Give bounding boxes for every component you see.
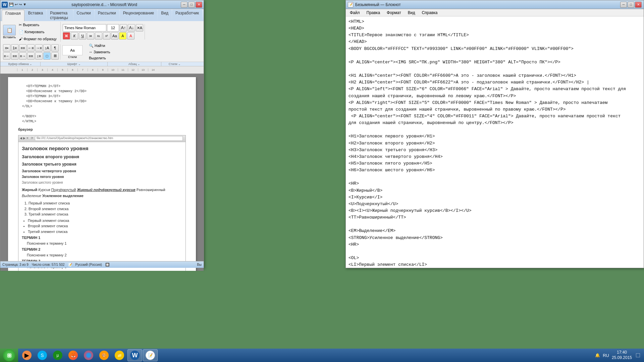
taskbar-app-skype[interactable]: S [35,349,50,361]
shading-button[interactable]: □ [43,52,51,60]
notepad-textarea[interactable]: <HTML> <HEAD> <TITLE>Первое знакомство с… [346,16,644,268]
ul-item-3: Третий элемент списка [28,229,182,235]
ruler-mark-7: 7 [77,68,88,71]
minimize-button[interactable]: ─ [181,2,187,8]
font-size-selector[interactable] [107,24,119,32]
word-window-controls: ─ □ ✕ [181,2,202,8]
ol-item-2: Второй элемент списка [29,206,182,212]
notepad-close-button[interactable]: ✕ [635,2,642,8]
increase-indent-button[interactable]: →≡ [35,44,43,52]
ruler-mark-10: 10 [108,68,118,71]
taskbar-app-notepad[interactable]: 📝 [143,349,158,361]
paste-button[interactable]: 📋 [3,25,16,36]
bold-button[interactable]: Ж [63,32,70,40]
taskbar-apps: ▶ S µ 🦊 🌐 🎨 📁 W 📝 [18,349,158,362]
tab-home[interactable]: Главная [2,10,24,21]
browser-refresh-icon: ⟳ [31,136,34,141]
notepad-menu-format[interactable]: Формат [384,10,404,16]
notepad-maximize-button[interactable]: □ [628,2,634,8]
font-grow-button[interactable]: A↑ [120,24,127,32]
numbering-button[interactable]: 1≡ [11,44,18,52]
italic-button[interactable]: К [71,32,78,40]
line-spacing-button[interactable]: ↕≡ [35,52,43,60]
font-label: Шрифт ⌄ [41,62,108,66]
windows-logo-icon: ⊞ [7,352,11,359]
taskbar-app-chrome[interactable]: 🌐 [81,349,96,361]
find-button[interactable]: 🔍 Найти [87,43,113,49]
start-button[interactable]: ⊞ [0,349,18,362]
tab-view[interactable]: Вид [158,10,172,21]
taskbar-app-utorrent[interactable]: µ [50,349,65,361]
copy-button[interactable]: 📄 Копировать [16,29,59,35]
style-normal[interactable]: Aa [62,45,83,55]
superscript-button[interactable]: х² [103,32,110,40]
tab-review[interactable]: Рецензирование [120,10,158,21]
firefox-icon: 🦊 [68,351,78,360]
change-case-button[interactable]: Аа [111,32,118,40]
notepad-menu-edit[interactable]: Правка [364,10,383,16]
taskbar-app-word[interactable]: W [127,349,142,361]
align-left-button[interactable]: ≡← [3,52,10,60]
format-copy-button[interactable]: 🖌 Формат по образцу [16,36,59,42]
tab-page-layout[interactable]: Разметка страницы [47,10,73,21]
tab-developer[interactable]: Разработчик [172,10,202,21]
browser-url-bar[interactable]: file:///C:/Users/Olya/Desktop/первое%20з… [35,136,183,141]
taskbar-lang: RU [603,353,609,358]
clear-format-button[interactable]: ✕A [136,24,143,32]
close-button[interactable]: ✕ [196,2,202,8]
taskbar-app-firefox[interactable]: 🦊 [66,349,80,361]
cut-button[interactable]: ✂ Вырезать [16,22,59,28]
ul-item-1: Первый элемент списка [28,218,182,224]
taskbar-time: 17:40 25.09.2015 [612,350,632,360]
ruler-mark-13: 13 [138,68,148,71]
subscript-button[interactable]: х₂ [95,32,102,40]
status-spell-icon: 📝 [68,263,72,266]
multilevel-list-button[interactable]: ≡≡ [19,44,26,52]
font-color-button[interactable]: А [127,32,135,40]
word-code-block: <DT>ТЕРМИН 2</DT> <DD>Пояснение к термин… [18,84,186,124]
taskbar-app-mediaplayer[interactable]: ▶ [19,349,34,361]
align-right-button[interactable]: ≡→ [19,52,26,60]
justify-button[interactable]: ≡≡ [27,52,35,60]
highlight-button[interactable]: А [119,32,126,40]
notepad-menu-view[interactable]: Вид [405,10,418,16]
notepad-window: 📝 Безымянный — Блокнот ─ □ ✕ Файл Правка… [345,0,644,268]
tab-mailings[interactable]: Рассылки [95,10,119,21]
tab-references[interactable]: Ссылки [73,10,94,21]
underline-button[interactable]: Ч [79,32,86,40]
browser-heading6: Заголовок шестого уровня [22,180,182,185]
word-taskbar-icon: W [130,351,140,360]
word-ruler: 1 2 3 4 5 6 7 8 9 10 11 12 13 14 [0,66,204,74]
tab-insert[interactable]: Вставка [25,10,47,21]
decrease-indent-button[interactable]: ←≡ [27,44,35,52]
notepad-menu-file[interactable]: Файл [347,10,363,16]
select-button[interactable]: Выделить [87,55,113,61]
word-window: W 💾 ↩ ↪ ▼ saytopostroenie.d... - Microso… [0,0,204,268]
strikethrough-button[interactable]: зк [87,32,94,40]
ul-item-2: Второй элемент списка [28,223,182,229]
word-ribbon: Главная Вставка Разметка страницы Ссылки… [0,9,204,21]
show-formatting-button[interactable]: ¶ [51,44,59,52]
border-button[interactable]: ⊞ [51,52,59,60]
notepad-menu-help[interactable]: Справка [419,10,440,16]
browser-heading3: Заголовок третьего уровня [22,161,182,167]
bullets-button[interactable]: ≡• [3,44,10,52]
taskbar-app-paint[interactable]: 🎨 [97,349,111,361]
show-desktop-button[interactable] [635,349,641,361]
dl-term-2: ТЕРМИН 2 [22,247,182,252]
align-center-button[interactable]: ≡≡ [11,52,18,60]
ruler-mark-3: 3 [37,68,47,71]
notepad-icon: 📝 [348,2,353,7]
font-selector[interactable] [63,24,106,32]
font-shrink-button[interactable]: A↓ [128,24,135,32]
utorrent-icon: µ [53,351,62,360]
replace-button[interactable]: ↔ Заменить [87,49,113,55]
browser-label: браузер [18,127,186,132]
ruler-mark-8: 8 [88,68,98,71]
maximize-button[interactable]: □ [188,2,195,8]
notepad-minimize-button[interactable]: ─ [620,2,627,8]
ruler-mark-12: 12 [128,68,138,71]
sort-button[interactable]: ↕A [43,44,51,52]
taskbar-app-explorer[interactable]: 📁 [112,349,127,361]
word-document[interactable]: <DT>ТЕРМИН 2</DT> <DD>Пояснение к термин… [0,74,204,271]
